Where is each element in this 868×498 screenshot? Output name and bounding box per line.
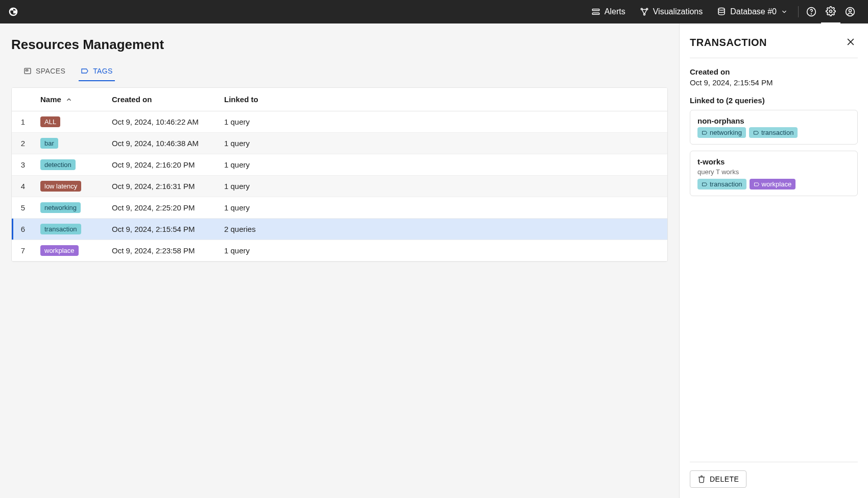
row-linked: 2 queries bbox=[218, 219, 667, 240]
table-row[interactable]: 4low latencyOct 9, 2024, 2:16:31 PM1 que… bbox=[12, 176, 667, 197]
row-tag: ALL bbox=[34, 111, 106, 133]
tab-tags-label: TAGS bbox=[93, 67, 113, 75]
row-created: Oct 9, 2024, 10:46:22 AM bbox=[106, 111, 218, 133]
linked-card-tags: networkingtransaction bbox=[697, 127, 850, 138]
alerts-icon bbox=[591, 7, 600, 16]
delete-button[interactable]: DELETE bbox=[690, 470, 746, 488]
linked-card[interactable]: non-orphansnetworkingtransaction bbox=[690, 110, 858, 145]
tag-chip: workplace bbox=[40, 245, 79, 256]
content-area: Resources Management SPACES TAGS Name bbox=[0, 23, 679, 498]
tabs: SPACES TAGS bbox=[11, 63, 668, 81]
svg-point-4 bbox=[643, 14, 645, 15]
svg-rect-15 bbox=[26, 69, 28, 71]
table-row[interactable]: 2barOct 9, 2024, 10:46:38 AM1 query bbox=[12, 133, 667, 154]
table-row[interactable]: 1ALLOct 9, 2024, 10:46:22 AM1 query bbox=[12, 111, 667, 133]
row-index: 5 bbox=[12, 197, 34, 219]
tab-spaces[interactable]: SPACES bbox=[21, 63, 67, 81]
sidepanel-title: TRANSACTION bbox=[690, 37, 767, 49]
sidepanel-footer: DELETE bbox=[690, 462, 858, 488]
tag-chip: transaction bbox=[697, 179, 746, 189]
tab-tags[interactable]: TAGS bbox=[79, 63, 115, 81]
row-index: 7 bbox=[12, 240, 34, 262]
sidepanel: TRANSACTION Created on Oct 9, 2024, 2:15… bbox=[679, 23, 868, 498]
svg-rect-1 bbox=[592, 13, 599, 14]
created-on-value: Oct 9, 2024, 2:15:54 PM bbox=[690, 78, 858, 87]
tag-icon bbox=[753, 130, 759, 136]
tag-icon bbox=[702, 181, 708, 187]
nav-database[interactable]: Database #0 bbox=[710, 0, 795, 23]
col-created-label: Created on bbox=[112, 95, 152, 104]
row-index: 3 bbox=[12, 154, 34, 176]
row-created: Oct 9, 2024, 10:46:38 AM bbox=[106, 133, 218, 154]
tag-chip: detection bbox=[40, 159, 76, 170]
col-linked-label: Linked to bbox=[224, 95, 258, 104]
topbar: Alerts Visualizations Database #0 bbox=[0, 0, 868, 23]
delete-label: DELETE bbox=[710, 475, 739, 483]
tag-chip: networking bbox=[40, 202, 81, 213]
tag-chip: bar bbox=[40, 138, 58, 149]
row-linked: 1 query bbox=[218, 111, 667, 133]
nav-database-label: Database #0 bbox=[730, 7, 777, 16]
table-row[interactable]: 7workplaceOct 9, 2024, 2:23:58 PM1 query bbox=[12, 240, 667, 262]
table-row[interactable]: 5networkingOct 9, 2024, 2:25:20 PM1 quer… bbox=[12, 197, 667, 219]
row-tag: workplace bbox=[34, 240, 106, 262]
tag-chip: workplace bbox=[750, 179, 796, 189]
col-name-label: Name bbox=[40, 95, 61, 104]
user-icon bbox=[845, 7, 855, 17]
nav-visualizations[interactable]: Visualizations bbox=[633, 0, 710, 23]
nav-alerts-label: Alerts bbox=[605, 7, 625, 16]
tags-icon bbox=[81, 67, 89, 75]
svg-line-6 bbox=[642, 10, 644, 14]
row-index: 1 bbox=[12, 111, 34, 133]
svg-point-8 bbox=[718, 8, 725, 11]
linked-card-tags: transactionworkplace bbox=[697, 179, 850, 189]
nav-visualizations-label: Visualizations bbox=[653, 7, 703, 16]
gear-icon bbox=[826, 6, 836, 16]
app-logo[interactable] bbox=[8, 7, 18, 17]
chevron-down-icon bbox=[781, 8, 788, 15]
tag-chip: transaction bbox=[40, 224, 81, 234]
col-name[interactable]: Name bbox=[34, 88, 106, 111]
row-index: 4 bbox=[12, 176, 34, 197]
tag-chip: transaction bbox=[749, 127, 798, 138]
row-tag: networking bbox=[34, 197, 106, 219]
row-created: Oct 9, 2024, 2:16:20 PM bbox=[106, 154, 218, 176]
nav-alerts[interactable]: Alerts bbox=[584, 0, 633, 23]
created-on-label: Created on bbox=[690, 67, 858, 76]
close-button[interactable] bbox=[843, 35, 858, 51]
account-button[interactable] bbox=[840, 0, 860, 23]
svg-rect-0 bbox=[592, 9, 599, 11]
tab-spaces-label: SPACES bbox=[36, 67, 65, 75]
col-created[interactable]: Created on bbox=[106, 88, 218, 111]
linked-list: non-orphansnetworkingtransactiont-worksq… bbox=[690, 110, 858, 202]
row-created: Oct 9, 2024, 2:15:54 PM bbox=[106, 219, 218, 240]
table-row[interactable]: 6transactionOct 9, 2024, 2:15:54 PM2 que… bbox=[12, 219, 667, 240]
tag-icon bbox=[754, 181, 760, 187]
help-button[interactable] bbox=[802, 0, 821, 23]
close-icon bbox=[846, 37, 856, 47]
help-icon bbox=[806, 7, 816, 17]
tags-table: Name Created on Linked to 1ALLOct 9, 202… bbox=[11, 87, 668, 262]
linked-to-header: Linked to (2 queries) bbox=[690, 96, 858, 105]
row-tag: transaction bbox=[34, 219, 106, 240]
row-tag: bar bbox=[34, 133, 106, 154]
sidepanel-header: TRANSACTION bbox=[690, 35, 858, 58]
page-title: Resources Management bbox=[11, 37, 668, 53]
col-linked[interactable]: Linked to bbox=[218, 88, 667, 111]
spaces-icon bbox=[23, 67, 32, 75]
sort-asc-icon bbox=[65, 96, 73, 103]
settings-button[interactable] bbox=[821, 0, 840, 23]
row-tag: detection bbox=[34, 154, 106, 176]
topbar-divider bbox=[798, 6, 799, 17]
linked-card-title: t-works bbox=[697, 157, 850, 166]
row-created: Oct 9, 2024, 2:16:31 PM bbox=[106, 176, 218, 197]
database-icon bbox=[717, 7, 726, 16]
row-linked: 1 query bbox=[218, 197, 667, 219]
row-tag: low latency bbox=[34, 176, 106, 197]
table-row[interactable]: 3detectionOct 9, 2024, 2:16:20 PM1 query bbox=[12, 154, 667, 176]
linked-card[interactable]: t-worksquery T workstransactionworkplace bbox=[690, 151, 858, 196]
tag-icon bbox=[702, 130, 708, 136]
row-linked: 1 query bbox=[218, 154, 667, 176]
visualizations-icon bbox=[640, 7, 649, 16]
linked-card-subtitle: query T works bbox=[697, 168, 850, 176]
